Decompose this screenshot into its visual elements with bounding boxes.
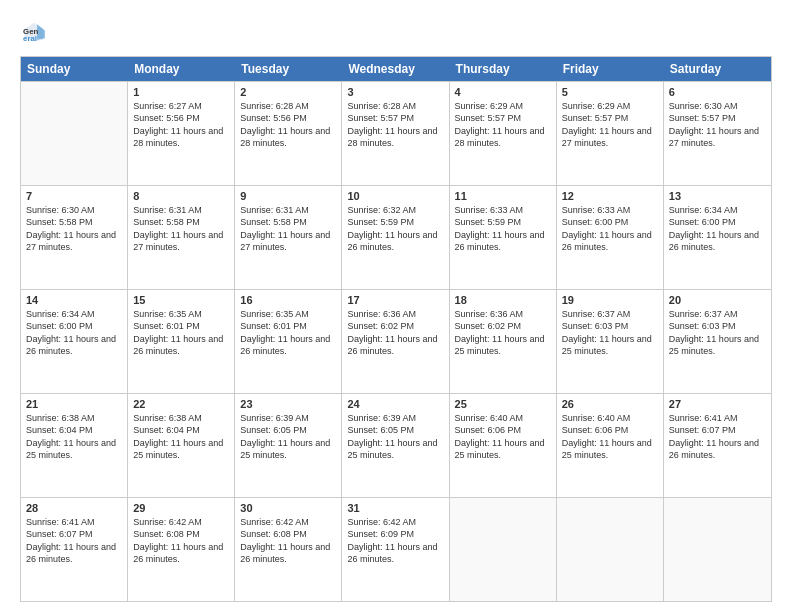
day-number: 1 bbox=[133, 85, 229, 99]
day-cell-13: 13Sunrise: 6:34 AMSunset: 6:00 PMDayligh… bbox=[664, 186, 771, 289]
day-info: Sunrise: 6:35 AMSunset: 6:01 PMDaylight:… bbox=[240, 308, 336, 357]
day-number: 18 bbox=[455, 293, 551, 307]
calendar-week-1: 7Sunrise: 6:30 AMSunset: 5:58 PMDaylight… bbox=[21, 185, 771, 289]
day-cell-11: 11Sunrise: 6:33 AMSunset: 5:59 PMDayligh… bbox=[450, 186, 557, 289]
day-cell-23: 23Sunrise: 6:39 AMSunset: 6:05 PMDayligh… bbox=[235, 394, 342, 497]
day-info: Sunrise: 6:33 AMSunset: 5:59 PMDaylight:… bbox=[455, 204, 551, 253]
svg-text:eral: eral bbox=[23, 34, 37, 43]
day-info: Sunrise: 6:28 AMSunset: 5:56 PMDaylight:… bbox=[240, 100, 336, 149]
day-info: Sunrise: 6:38 AMSunset: 6:04 PMDaylight:… bbox=[26, 412, 122, 461]
empty-cell bbox=[21, 82, 128, 185]
calendar-week-3: 21Sunrise: 6:38 AMSunset: 6:04 PMDayligh… bbox=[21, 393, 771, 497]
day-info: Sunrise: 6:40 AMSunset: 6:06 PMDaylight:… bbox=[455, 412, 551, 461]
day-cell-3: 3Sunrise: 6:28 AMSunset: 5:57 PMDaylight… bbox=[342, 82, 449, 185]
day-cell-22: 22Sunrise: 6:38 AMSunset: 6:04 PMDayligh… bbox=[128, 394, 235, 497]
day-number: 11 bbox=[455, 189, 551, 203]
day-number: 22 bbox=[133, 397, 229, 411]
day-cell-12: 12Sunrise: 6:33 AMSunset: 6:00 PMDayligh… bbox=[557, 186, 664, 289]
day-number: 29 bbox=[133, 501, 229, 515]
day-number: 12 bbox=[562, 189, 658, 203]
day-cell-26: 26Sunrise: 6:40 AMSunset: 6:06 PMDayligh… bbox=[557, 394, 664, 497]
day-number: 21 bbox=[26, 397, 122, 411]
day-cell-19: 19Sunrise: 6:37 AMSunset: 6:03 PMDayligh… bbox=[557, 290, 664, 393]
day-cell-16: 16Sunrise: 6:35 AMSunset: 6:01 PMDayligh… bbox=[235, 290, 342, 393]
day-info: Sunrise: 6:34 AMSunset: 6:00 PMDaylight:… bbox=[669, 204, 766, 253]
day-cell-25: 25Sunrise: 6:40 AMSunset: 6:06 PMDayligh… bbox=[450, 394, 557, 497]
calendar-header: SundayMondayTuesdayWednesdayThursdayFrid… bbox=[21, 57, 771, 81]
day-number: 30 bbox=[240, 501, 336, 515]
day-number: 16 bbox=[240, 293, 336, 307]
day-cell-8: 8Sunrise: 6:31 AMSunset: 5:58 PMDaylight… bbox=[128, 186, 235, 289]
day-info: Sunrise: 6:28 AMSunset: 5:57 PMDaylight:… bbox=[347, 100, 443, 149]
day-number: 3 bbox=[347, 85, 443, 99]
day-info: Sunrise: 6:30 AMSunset: 5:57 PMDaylight:… bbox=[669, 100, 766, 149]
day-number: 10 bbox=[347, 189, 443, 203]
calendar-week-2: 14Sunrise: 6:34 AMSunset: 6:00 PMDayligh… bbox=[21, 289, 771, 393]
logo: Gen eral bbox=[20, 18, 52, 46]
header-day-monday: Monday bbox=[128, 57, 235, 81]
day-number: 9 bbox=[240, 189, 336, 203]
day-info: Sunrise: 6:33 AMSunset: 6:00 PMDaylight:… bbox=[562, 204, 658, 253]
day-number: 20 bbox=[669, 293, 766, 307]
day-cell-18: 18Sunrise: 6:36 AMSunset: 6:02 PMDayligh… bbox=[450, 290, 557, 393]
header-day-tuesday: Tuesday bbox=[235, 57, 342, 81]
day-cell-10: 10Sunrise: 6:32 AMSunset: 5:59 PMDayligh… bbox=[342, 186, 449, 289]
day-info: Sunrise: 6:36 AMSunset: 6:02 PMDaylight:… bbox=[455, 308, 551, 357]
day-info: Sunrise: 6:31 AMSunset: 5:58 PMDaylight:… bbox=[133, 204, 229, 253]
day-number: 14 bbox=[26, 293, 122, 307]
header: Gen eral bbox=[20, 18, 772, 46]
day-info: Sunrise: 6:29 AMSunset: 5:57 PMDaylight:… bbox=[455, 100, 551, 149]
day-info: Sunrise: 6:32 AMSunset: 5:59 PMDaylight:… bbox=[347, 204, 443, 253]
day-cell-5: 5Sunrise: 6:29 AMSunset: 5:57 PMDaylight… bbox=[557, 82, 664, 185]
page: Gen eral SundayMondayTuesdayWednesdayThu… bbox=[0, 0, 792, 612]
day-info: Sunrise: 6:38 AMSunset: 6:04 PMDaylight:… bbox=[133, 412, 229, 461]
day-info: Sunrise: 6:36 AMSunset: 6:02 PMDaylight:… bbox=[347, 308, 443, 357]
day-number: 5 bbox=[562, 85, 658, 99]
day-number: 2 bbox=[240, 85, 336, 99]
day-cell-17: 17Sunrise: 6:36 AMSunset: 6:02 PMDayligh… bbox=[342, 290, 449, 393]
day-info: Sunrise: 6:31 AMSunset: 5:58 PMDaylight:… bbox=[240, 204, 336, 253]
day-number: 28 bbox=[26, 501, 122, 515]
day-number: 26 bbox=[562, 397, 658, 411]
day-number: 19 bbox=[562, 293, 658, 307]
header-day-thursday: Thursday bbox=[450, 57, 557, 81]
day-cell-21: 21Sunrise: 6:38 AMSunset: 6:04 PMDayligh… bbox=[21, 394, 128, 497]
day-cell-27: 27Sunrise: 6:41 AMSunset: 6:07 PMDayligh… bbox=[664, 394, 771, 497]
day-info: Sunrise: 6:27 AMSunset: 5:56 PMDaylight:… bbox=[133, 100, 229, 149]
empty-cell bbox=[664, 498, 771, 601]
day-number: 13 bbox=[669, 189, 766, 203]
day-info: Sunrise: 6:39 AMSunset: 6:05 PMDaylight:… bbox=[347, 412, 443, 461]
calendar-body: 1Sunrise: 6:27 AMSunset: 5:56 PMDaylight… bbox=[21, 81, 771, 601]
day-info: Sunrise: 6:40 AMSunset: 6:06 PMDaylight:… bbox=[562, 412, 658, 461]
day-info: Sunrise: 6:34 AMSunset: 6:00 PMDaylight:… bbox=[26, 308, 122, 357]
day-info: Sunrise: 6:41 AMSunset: 6:07 PMDaylight:… bbox=[26, 516, 122, 565]
day-number: 4 bbox=[455, 85, 551, 99]
empty-cell bbox=[557, 498, 664, 601]
day-cell-20: 20Sunrise: 6:37 AMSunset: 6:03 PMDayligh… bbox=[664, 290, 771, 393]
day-cell-2: 2Sunrise: 6:28 AMSunset: 5:56 PMDaylight… bbox=[235, 82, 342, 185]
day-info: Sunrise: 6:42 AMSunset: 6:09 PMDaylight:… bbox=[347, 516, 443, 565]
day-info: Sunrise: 6:39 AMSunset: 6:05 PMDaylight:… bbox=[240, 412, 336, 461]
day-number: 23 bbox=[240, 397, 336, 411]
day-info: Sunrise: 6:30 AMSunset: 5:58 PMDaylight:… bbox=[26, 204, 122, 253]
day-cell-30: 30Sunrise: 6:42 AMSunset: 6:08 PMDayligh… bbox=[235, 498, 342, 601]
day-number: 8 bbox=[133, 189, 229, 203]
logo-icon: Gen eral bbox=[20, 18, 48, 46]
day-cell-15: 15Sunrise: 6:35 AMSunset: 6:01 PMDayligh… bbox=[128, 290, 235, 393]
day-info: Sunrise: 6:41 AMSunset: 6:07 PMDaylight:… bbox=[669, 412, 766, 461]
calendar-week-0: 1Sunrise: 6:27 AMSunset: 5:56 PMDaylight… bbox=[21, 81, 771, 185]
day-cell-9: 9Sunrise: 6:31 AMSunset: 5:58 PMDaylight… bbox=[235, 186, 342, 289]
day-info: Sunrise: 6:37 AMSunset: 6:03 PMDaylight:… bbox=[669, 308, 766, 357]
calendar-week-4: 28Sunrise: 6:41 AMSunset: 6:07 PMDayligh… bbox=[21, 497, 771, 601]
header-day-friday: Friday bbox=[557, 57, 664, 81]
day-number: 17 bbox=[347, 293, 443, 307]
day-cell-14: 14Sunrise: 6:34 AMSunset: 6:00 PMDayligh… bbox=[21, 290, 128, 393]
header-day-sunday: Sunday bbox=[21, 57, 128, 81]
day-number: 7 bbox=[26, 189, 122, 203]
day-cell-24: 24Sunrise: 6:39 AMSunset: 6:05 PMDayligh… bbox=[342, 394, 449, 497]
day-info: Sunrise: 6:29 AMSunset: 5:57 PMDaylight:… bbox=[562, 100, 658, 149]
day-info: Sunrise: 6:42 AMSunset: 6:08 PMDaylight:… bbox=[133, 516, 229, 565]
empty-cell bbox=[450, 498, 557, 601]
header-day-saturday: Saturday bbox=[664, 57, 771, 81]
day-number: 27 bbox=[669, 397, 766, 411]
